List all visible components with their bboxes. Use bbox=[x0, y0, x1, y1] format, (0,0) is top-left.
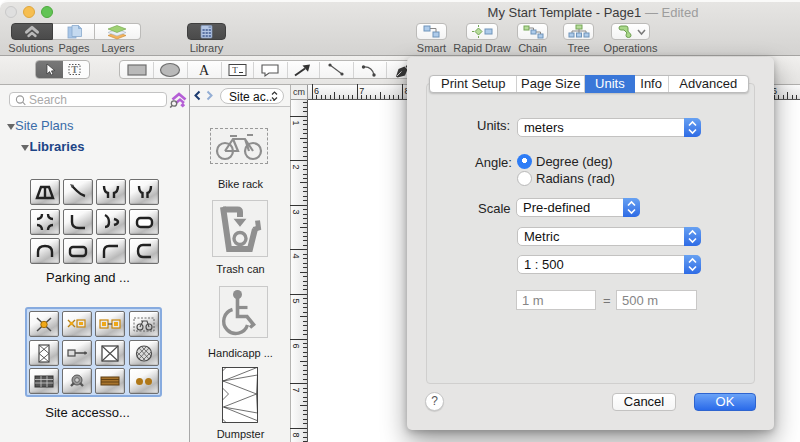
svg-text:T: T bbox=[71, 64, 78, 75]
svg-text:A: A bbox=[199, 63, 210, 78]
svg-text:T: T bbox=[232, 65, 238, 75]
